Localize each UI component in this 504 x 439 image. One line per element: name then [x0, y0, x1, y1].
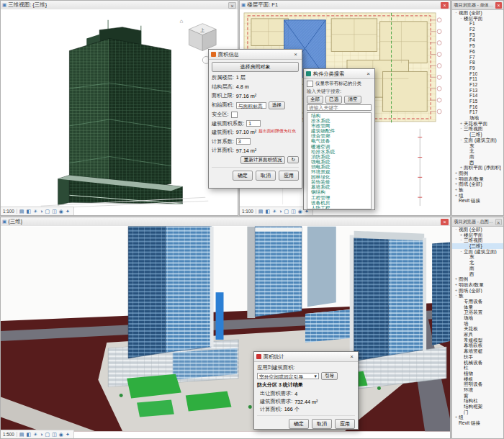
search-input[interactable]: [307, 104, 372, 111]
sun-icon[interactable]: ☀: [33, 430, 37, 438]
city-model-canvas[interactable]: [1, 226, 450, 432]
tree-item[interactable]: + 楼层平面: [452, 232, 503, 238]
tree-item[interactable]: 楼板: [452, 376, 503, 382]
calc-coef-field[interactable]: 3: [236, 138, 251, 145]
tree-item[interactable]: 东: [452, 254, 503, 260]
tree-expand-icon[interactable]: -: [459, 237, 464, 243]
tree-item[interactable]: - 三维视图: [452, 237, 503, 243]
tree-item[interactable]: - 立面 (建筑立面): [452, 249, 503, 255]
apply-button[interactable]: 应用: [335, 419, 355, 429]
tree-item[interactable]: 植物: [452, 371, 503, 376]
tree-item[interactable]: 扶手: [452, 354, 503, 360]
tree-expand-icon[interactable]: +: [454, 415, 459, 420]
crop-icon[interactable]: ▢: [284, 207, 289, 215]
view-cube-top-label[interactable]: 上: [199, 28, 204, 32]
category-list-item[interactable]: 综合管廊: [307, 133, 371, 138]
tree-item[interactable]: 西: [452, 271, 503, 277]
detail-level-icon[interactable]: ▤: [19, 430, 24, 438]
tree-item[interactable]: {三维}: [452, 132, 503, 137]
tree-item[interactable]: F11: [452, 76, 503, 82]
shadow-icon[interactable]: ◑: [40, 430, 42, 438]
tree-item[interactable]: + 明细表/数量: [452, 176, 503, 182]
tree-expand-icon[interactable]: +: [459, 165, 464, 171]
tree-item[interactable]: 幕墙竖梃: [452, 348, 503, 354]
tree-item[interactable]: Revit 链接: [452, 198, 503, 204]
tree-expand-icon[interactable]: -: [454, 10, 459, 16]
tree-item[interactable]: 东: [452, 143, 503, 149]
tree-expand-icon[interactable]: -: [454, 293, 459, 299]
category-list-item[interactable]: 消防系统: [307, 154, 371, 159]
visual-style-icon[interactable]: ◧: [265, 207, 270, 215]
tree-item[interactable]: 北: [452, 260, 503, 266]
tree-expand-icon[interactable]: +: [454, 288, 459, 294]
apply-target-combo[interactable]: 室外空间或固定引导 ▾: [257, 373, 319, 379]
tree-item[interactable]: 西: [452, 160, 503, 166]
tree-expand-icon[interactable]: +: [454, 282, 459, 288]
crop-icon[interactable]: ▢: [45, 430, 50, 438]
tree-item[interactable]: + 组: [452, 193, 503, 199]
crop-visibility-icon[interactable]: ◫: [291, 207, 296, 215]
tree-expand-icon[interactable]: -: [454, 227, 459, 232]
tree-item[interactable]: 北: [452, 148, 503, 154]
tree-item[interactable]: F2: [452, 27, 503, 32]
tree-item[interactable]: 场地: [452, 115, 503, 121]
tree-item[interactable]: F12: [452, 82, 503, 88]
tree-item[interactable]: F13: [452, 88, 503, 94]
tree-expand-icon[interactable]: +: [459, 232, 464, 238]
tree-item[interactable]: F1: [452, 21, 503, 27]
tree-expand-icon[interactable]: -: [459, 249, 464, 255]
cancel-button[interactable]: 取消: [256, 171, 276, 181]
tree-item[interactable]: F14: [452, 93, 503, 99]
category-list-item[interactable]: 幕墙系统: [307, 184, 371, 189]
tree-item[interactable]: 常规模型: [452, 338, 503, 343]
home-icon[interactable]: ⌂: [179, 18, 183, 24]
tree-item[interactable]: + 图纸 (全部): [452, 181, 503, 187]
tree-item[interactable]: 南: [452, 266, 503, 271]
tree-item[interactable]: F17: [452, 109, 503, 115]
tree-item[interactable]: 窗: [452, 393, 503, 399]
tree-item[interactable]: - 视图 (全部): [452, 10, 503, 16]
model-3d-canvas-wrap[interactable]: 上 ⌂: [1, 9, 238, 215]
tree-item[interactable]: 场地: [452, 315, 503, 321]
tree-expand-icon[interactable]: -: [459, 137, 464, 143]
tree-expand-icon[interactable]: +: [454, 193, 459, 199]
tree-item[interactable]: + 天花板平面: [452, 121, 503, 127]
crop-icon[interactable]: ▢: [45, 207, 50, 215]
category-list-item[interactable]: 强电系统: [307, 159, 371, 164]
tree-item[interactable]: 结构柱: [452, 398, 503, 404]
tree-item[interactable]: 天花板: [452, 326, 503, 332]
tree-item[interactable]: 体量: [452, 304, 503, 310]
select-room-button[interactable]: 选择房间对象: [212, 62, 299, 72]
category-list-item[interactable]: 环境景观: [307, 169, 371, 174]
tree-expand-icon[interactable]: -: [459, 126, 464, 132]
tree-item[interactable]: 门: [452, 409, 503, 415]
model-3d-canvas[interactable]: 上 ⌂: [1, 9, 238, 209]
scale-label[interactable]: 1:100: [3, 209, 17, 214]
recalculate-button[interactable]: 重新计算面积情况: [240, 156, 286, 164]
tree-item[interactable]: 家具: [452, 332, 503, 338]
tree-expand-icon[interactable]: +: [454, 276, 459, 282]
category-list-item[interactable]: 电气设备: [307, 138, 371, 143]
sun-icon[interactable]: ☀: [272, 207, 276, 215]
tree-expand-icon[interactable]: +: [454, 171, 459, 176]
close-panel-button[interactable]: ×: [495, 2, 502, 9]
tree-item[interactable]: 墙: [452, 321, 503, 327]
init-area-field[interactable]: 与面积标高: [236, 102, 266, 109]
category-list-item[interactable]: 工程管理: [307, 195, 371, 200]
scale-label[interactable]: 1:100: [242, 209, 256, 214]
dialog-close-button[interactable]: ×: [364, 71, 372, 77]
shadow-icon[interactable]: ◑: [279, 207, 282, 215]
tree-item[interactable]: - 立面 (建筑立面): [452, 137, 503, 143]
hide-isolate-icon[interactable]: ◉: [59, 430, 63, 438]
detail-level-icon[interactable]: ▤: [19, 207, 24, 215]
tree-item[interactable]: 结构框架: [452, 404, 503, 409]
crop-visibility-icon[interactable]: ◫: [52, 430, 57, 438]
tree-item[interactable]: + 明细表/数量: [452, 282, 503, 288]
category-list-item[interactable]: 结构: [307, 113, 371, 118]
apply-button[interactable]: 应用: [279, 171, 299, 181]
tree-expand-icon[interactable]: +: [454, 176, 459, 182]
view-cube[interactable]: 上: [189, 24, 216, 51]
safe-zone-checkbox[interactable]: [231, 112, 238, 118]
close-view-button[interactable]: ×: [441, 2, 449, 9]
only-tagged-checkbox[interactable]: [307, 81, 313, 87]
